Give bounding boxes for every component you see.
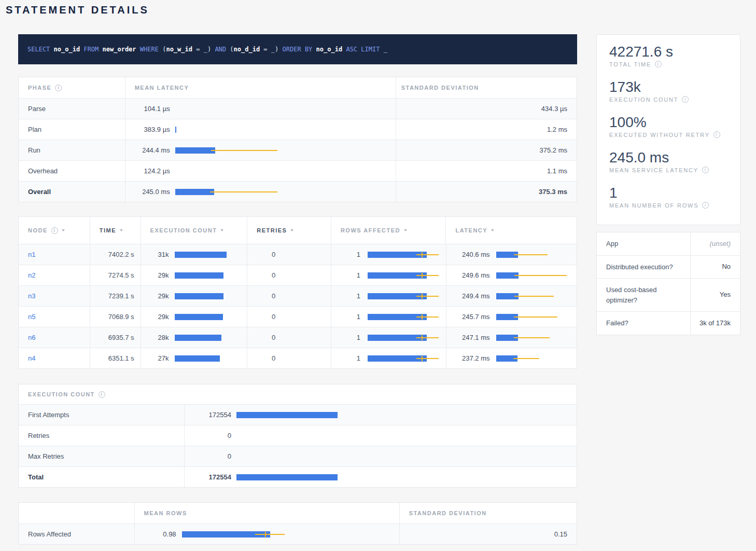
rows-affected-cell: 1 xyxy=(331,265,446,285)
node-cell: n6 xyxy=(19,327,90,348)
sql-keyword: FROM xyxy=(83,46,99,53)
latency-value: 237.2 ms xyxy=(451,354,490,362)
main-content: SELECT no_o_id FROM new_order WHERE (no_… xyxy=(18,34,577,545)
node-link[interactable]: n6 xyxy=(28,334,35,341)
node-link[interactable]: n1 xyxy=(28,251,35,258)
time-cell: 6351.1 s xyxy=(90,348,141,368)
column-header-node-label: NODE xyxy=(28,227,48,233)
column-header-rows-affected[interactable]: ROWS AFFECTED xyxy=(331,217,446,244)
latency-bar xyxy=(175,189,391,195)
rows-affected-value: 1 xyxy=(331,251,360,258)
info-icon[interactable]: i xyxy=(713,131,720,138)
latency-value: 249.6 ms xyxy=(451,271,490,279)
rows-affected-cell: 1 xyxy=(331,327,446,348)
execution-count-header-label: EXECUTION COUNT xyxy=(28,391,95,397)
rows-affected-value: 1 xyxy=(331,354,360,362)
execution-count-bar xyxy=(175,252,244,258)
info-icon[interactable]: i xyxy=(682,96,689,103)
execution-row-label: Max Retries xyxy=(19,446,185,466)
latency-cell: 245.7 ms xyxy=(446,307,577,327)
column-header-node[interactable]: NODE i xyxy=(19,217,90,244)
stat-mean-number-of-rows: 1 MEAN NUMBER OF ROWS i xyxy=(609,185,727,209)
rows-affected-bar xyxy=(368,272,443,279)
node-link[interactable]: n5 xyxy=(28,313,35,321)
detail-row-distributed-execution: Distributed execution? No xyxy=(597,255,740,279)
execution-count-cell: 28k xyxy=(141,327,247,348)
info-icon[interactable]: i xyxy=(702,167,709,173)
column-header-mean-rows: MEAN ROWS xyxy=(134,503,399,524)
sql-punct: ) xyxy=(207,46,211,53)
stat-executed-without-retry: 100% EXECUTED WITHOUT RETRY i xyxy=(609,115,727,138)
execution-row-value: 0 xyxy=(186,452,231,460)
info-icon[interactable]: i xyxy=(702,202,709,209)
node-cell: n3 xyxy=(19,286,90,306)
mean-rows-cell: 0.98 xyxy=(134,524,399,544)
retries-cell: 0 xyxy=(247,286,331,306)
sql-keyword: ASC xyxy=(346,46,357,53)
mean-rows-bar xyxy=(182,531,395,538)
time-cell: 7274.5 s xyxy=(90,265,141,285)
column-header-time[interactable]: TIME xyxy=(90,217,141,244)
execution-row-total: Total 172554 xyxy=(19,466,577,487)
time-cell: 7239.1 s xyxy=(90,286,141,306)
rows-affected-value: 1 xyxy=(331,292,360,300)
column-header-latency[interactable]: LATENCY xyxy=(445,217,577,244)
rows-affected-bar xyxy=(368,355,443,362)
detail-value: Yes xyxy=(691,279,740,311)
sql-placeholder: _ xyxy=(271,46,275,53)
execution-count-value: 31k xyxy=(145,251,169,258)
latency-bar xyxy=(496,355,573,362)
info-icon[interactable]: i xyxy=(99,391,105,398)
execution-row-retries: Retries 0 xyxy=(19,425,577,446)
execution-count-cell: 27k xyxy=(141,348,247,368)
node-link[interactable]: n2 xyxy=(28,271,35,279)
rows-affected-table: MEAN ROWS STANDARD DEVIATION Rows Affect… xyxy=(18,502,577,545)
mean-latency-cell: 383.9 µs xyxy=(125,119,396,140)
column-header-standard-deviation: STANDARD DEVIATION xyxy=(396,77,577,98)
execution-count-bar xyxy=(175,314,244,320)
rows-affected-cell: 1 xyxy=(331,286,446,306)
stat-label-text: MEAN SERVICE LATENCY xyxy=(609,167,698,173)
details-card: App (unset) Distributed execution? No Us… xyxy=(596,232,740,335)
stat-label: MEAN NUMBER OF ROWS i xyxy=(609,202,727,209)
retries-cell: 0 xyxy=(247,307,331,327)
phase-label: Plan xyxy=(19,119,125,140)
mean-latency-value: 245.0 ms xyxy=(130,188,170,196)
info-icon[interactable]: i xyxy=(655,61,662,67)
sql-identifier: new_order xyxy=(103,46,136,53)
sql-keyword: WHERE xyxy=(140,46,159,53)
latency-bar xyxy=(496,252,573,258)
rows-affected-bar xyxy=(368,252,443,258)
rows-affected-cell: 1 xyxy=(331,307,446,327)
execution-row-value: 0 xyxy=(186,432,231,439)
mean-latency-value: 124.2 µs xyxy=(130,167,170,175)
latency-value: 247.1 ms xyxy=(451,334,490,341)
phase-row-overhead: Overhead 124.2 µs 1.1 ms xyxy=(19,160,577,181)
rows-affected-cell: 1 xyxy=(331,348,446,368)
column-header-retries[interactable]: RETRIES xyxy=(247,217,331,244)
column-header-latency-label: LATENCY xyxy=(455,227,487,233)
latency-cell: 249.6 ms xyxy=(446,265,577,285)
column-header-execution-count[interactable]: EXECUTION COUNT xyxy=(141,217,247,244)
execution-count-value: 29k xyxy=(145,313,169,321)
info-icon[interactable]: i xyxy=(51,227,58,234)
sql-placeholder: _ xyxy=(384,46,387,53)
sort-desc-icon xyxy=(290,229,293,231)
rows-affected-row: Rows Affected 0.98 0.15 xyxy=(19,524,577,544)
detail-value: (unset) xyxy=(691,232,740,255)
latency-value: 245.7 ms xyxy=(451,313,490,321)
time-cell: 7068.9 s xyxy=(90,307,141,327)
stat-label: TOTAL TIME i xyxy=(609,61,727,67)
sidebar: 42271.6 s TOTAL TIME i 173k EXECUTION CO… xyxy=(596,34,740,335)
column-header-phase: PHASE i xyxy=(19,77,125,98)
node-link[interactable]: n4 xyxy=(28,354,35,362)
node-link[interactable]: n3 xyxy=(28,292,35,300)
column-header-standard-deviation-label: STANDARD DEVIATION xyxy=(396,85,479,91)
sql-operator: = xyxy=(263,46,267,53)
execution-count-bar xyxy=(175,335,244,341)
column-header-standard-deviation: STANDARD DEVIATION xyxy=(399,503,577,524)
info-icon[interactable]: i xyxy=(55,85,62,91)
stat-value: 42271.6 s xyxy=(609,44,727,60)
sql-identifier: no_d_id xyxy=(234,46,260,53)
stat-total-time: 42271.6 s TOTAL TIME i xyxy=(609,44,727,67)
